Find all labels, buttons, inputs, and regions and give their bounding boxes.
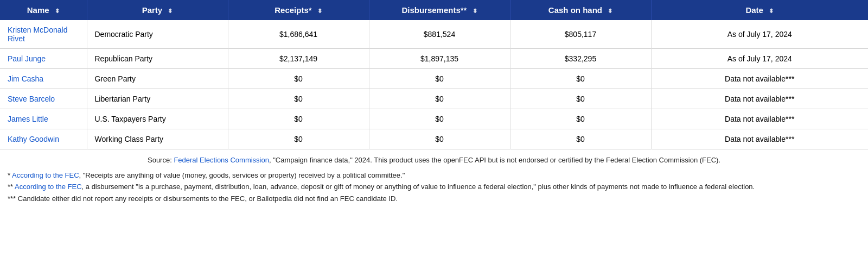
cell-party: Democratic Party (87, 20, 228, 49)
cell-disbursements: $1,897,135 (369, 49, 510, 69)
fec-link-disbursements[interactable]: According to the FEC (15, 183, 82, 191)
col-name-label: Name (27, 5, 49, 15)
cell-receipts: $0 (228, 69, 369, 89)
sort-icon-cash[interactable]: ⬍ (608, 8, 612, 15)
footnote2-text: , a disbursement "is a purchase, payment… (82, 183, 755, 191)
cell-date: Data not available*** (651, 129, 868, 149)
table-row: Jim CashaGreen Party$0$0$0Data not avail… (0, 69, 868, 89)
table-row: Paul JungeRepublican Party$2,137,149$1,8… (0, 49, 868, 69)
cell-party: Green Party (87, 69, 228, 89)
candidate-name-link[interactable]: Paul Junge (8, 54, 46, 63)
cell-receipts: $2,137,149 (228, 49, 369, 69)
col-header-receipts[interactable]: Receipts* ⬍ (228, 0, 369, 20)
candidate-name-link[interactable]: Jim Casha (8, 74, 43, 83)
footnote3-text: *** Candidate either did not report any … (8, 195, 398, 203)
cell-cash: $0 (510, 69, 651, 89)
col-header-name[interactable]: Name ⬍ (0, 0, 87, 20)
cell-name: Steve Barcelo (0, 89, 87, 109)
table-header-row: Name ⬍ Party ⬍ Receipts* ⬍ Disbursements… (0, 0, 868, 20)
candidate-name-link[interactable]: Kathy Goodwin (8, 135, 59, 143)
cell-cash: $0 (510, 129, 651, 149)
cell-cash: $0 (510, 109, 651, 129)
sort-icon-receipts[interactable]: ⬍ (317, 8, 322, 15)
cell-party: U.S. Taxpayers Party (87, 109, 228, 129)
sort-icon-disbursements[interactable]: ⬍ (473, 8, 477, 15)
source-line: Source: Federal Elections Commission, "C… (8, 155, 860, 166)
cell-disbursements: $0 (369, 69, 510, 89)
cell-receipts: $0 (228, 129, 369, 149)
table-row: James LittleU.S. Taxpayers Party$0$0$0Da… (0, 109, 868, 129)
sort-icon-date[interactable]: ⬍ (769, 8, 774, 15)
source-suffix: , "Campaign finance data," 2024. This pr… (269, 156, 720, 164)
footnote1-text: , "Receipts are anything of value (money… (79, 171, 405, 179)
col-header-disbursements[interactable]: Disbursements** ⬍ (369, 0, 510, 20)
col-header-party[interactable]: Party ⬍ (87, 0, 228, 20)
cell-party: Libertarian Party (87, 89, 228, 109)
col-header-cash[interactable]: Cash on hand ⬍ (510, 0, 651, 20)
table-row: Steve BarceloLibertarian Party$0$0$0Data… (0, 89, 868, 109)
sort-icon-party[interactable]: ⬍ (168, 8, 173, 15)
cell-date: Data not available*** (651, 89, 868, 109)
footnote-disbursements: ** According to the FEC, a disbursement … (8, 181, 860, 192)
candidate-name-link[interactable]: James Little (8, 115, 48, 123)
col-date-label: Date (745, 5, 763, 15)
cell-cash: $0 (510, 89, 651, 109)
cell-name: Kathy Goodwin (0, 129, 87, 149)
footnote-receipts: * According to the FEC, "Receipts are an… (8, 170, 860, 181)
sort-icon-name[interactable]: ⬍ (55, 8, 60, 15)
col-cash-label: Cash on hand (548, 5, 602, 15)
cell-disbursements: $0 (369, 129, 510, 149)
cell-party: Republican Party (87, 49, 228, 69)
footnote-no-data: *** Candidate either did not report any … (8, 193, 860, 204)
cell-cash: $805,117 (510, 20, 651, 49)
fec-link[interactable]: Federal Elections Commission (174, 156, 269, 164)
col-party-label: Party (142, 5, 163, 15)
candidate-name-link[interactable]: Steve Barcelo (8, 95, 55, 103)
cell-name: Kristen McDonald Rivet (0, 20, 87, 49)
footnotes: * According to the FEC, "Receipts are an… (8, 170, 860, 204)
table-row: Kristen McDonald RivetDemocratic Party$1… (0, 20, 868, 49)
cell-disbursements: $0 (369, 109, 510, 129)
cell-date: As of July 17, 2024 (651, 20, 868, 49)
cell-receipts: $0 (228, 89, 369, 109)
cell-date: Data not available*** (651, 69, 868, 89)
table-row: Kathy GoodwinWorking Class Party$0$0$0Da… (0, 129, 868, 149)
fec-link-receipts[interactable]: According to the FEC (12, 171, 79, 179)
cell-receipts: $0 (228, 109, 369, 129)
cell-name: Jim Casha (0, 69, 87, 89)
col-disbursements-label: Disbursements** (401, 5, 467, 15)
cell-party: Working Class Party (87, 129, 228, 149)
source-prefix: Source: (148, 156, 174, 164)
cell-date: As of July 17, 2024 (651, 49, 868, 69)
cell-disbursements: $881,524 (369, 20, 510, 49)
cell-name: Paul Junge (0, 49, 87, 69)
candidate-name-link[interactable]: Kristen McDonald Rivet (8, 26, 68, 43)
cell-receipts: $1,686,641 (228, 20, 369, 49)
cell-disbursements: $0 (369, 89, 510, 109)
cell-name: James Little (0, 109, 87, 129)
footer-section: Source: Federal Elections Commission, "C… (0, 149, 868, 210)
cell-date: Data not available*** (651, 109, 868, 129)
campaign-finance-table: Name ⬍ Party ⬍ Receipts* ⬍ Disbursements… (0, 0, 868, 149)
col-receipts-label: Receipts* (275, 5, 311, 15)
cell-cash: $332,295 (510, 49, 651, 69)
col-header-date[interactable]: Date ⬍ (651, 0, 868, 20)
